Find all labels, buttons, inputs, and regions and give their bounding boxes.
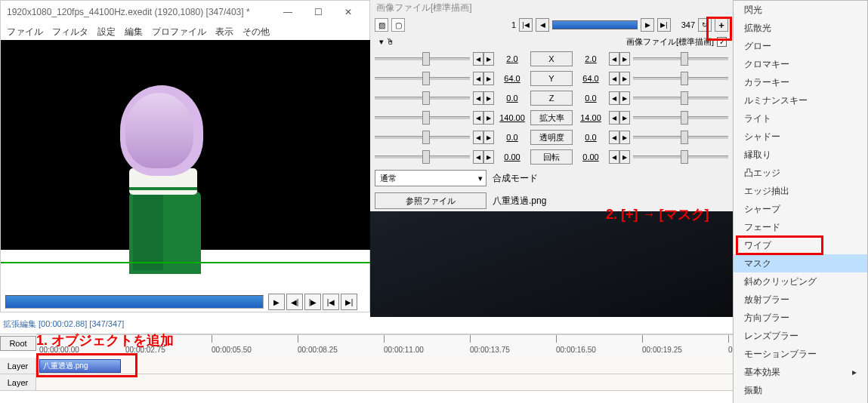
value-right[interactable]: 0.00 <box>576 152 606 162</box>
menu-item-エッジ抽出[interactable]: エッジ抽出 <box>734 182 867 200</box>
menu-item-拡散光[interactable]: 拡散光 <box>734 19 867 37</box>
menu-item-マスク[interactable]: マスク <box>734 254 867 272</box>
next-frame-button[interactable]: |▶ <box>304 294 321 310</box>
slider-right[interactable] <box>633 131 728 144</box>
menu-item-レンズブラー[interactable]: レンズブラー <box>734 327 867 345</box>
minimize-button[interactable]: — <box>273 3 303 21</box>
seekbar[interactable] <box>5 295 264 309</box>
menu-item-閃光[interactable]: 閃光 <box>734 1 867 19</box>
menu-edit[interactable]: 編集 <box>125 26 143 38</box>
param-button[interactable]: X <box>530 51 573 66</box>
menu-item-斜めクリッピング[interactable]: 斜めクリッピング <box>734 272 867 291</box>
param-button[interactable]: Y <box>530 71 573 86</box>
menu-item-ライト[interactable]: ライト <box>734 109 867 128</box>
value-right[interactable]: 14.00 <box>576 113 606 122</box>
slider-left[interactable] <box>375 131 470 144</box>
inc-button-r[interactable]: ▶ <box>619 131 630 144</box>
menu-item-振動[interactable]: 振動 <box>734 381 867 399</box>
value-left[interactable]: 140.00 <box>497 113 527 122</box>
slider-right[interactable] <box>633 91 728 105</box>
menu-item-縁取り[interactable]: 縁取り <box>734 146 867 164</box>
dec-button[interactable]: ◀ <box>473 52 483 66</box>
value-right[interactable]: 0.0 <box>576 133 606 142</box>
slider-right[interactable] <box>633 111 728 125</box>
menu-item-クロマキー[interactable]: クロマキー <box>734 55 867 73</box>
menu-item-モーションブラー[interactable]: モーションブラー <box>734 345 867 363</box>
menu-item-グロー[interactable]: グロー <box>734 37 867 55</box>
blend-mode-dropdown[interactable]: 通常 <box>375 170 487 186</box>
inc-button-r[interactable]: ▶ <box>619 52 630 66</box>
dec-button-r[interactable]: ◀ <box>609 131 619 144</box>
menu-item-基本効果[interactable]: 基本効果▸ <box>734 363 867 381</box>
goto-end-button[interactable]: ▶| <box>341 294 357 310</box>
menu-settings[interactable]: 設定 <box>97 26 116 38</box>
value-right[interactable]: 2.0 <box>576 54 606 63</box>
ref-file-button[interactable]: 参照ファイル <box>375 192 487 209</box>
frame-first-button[interactable]: |◀ <box>519 18 533 32</box>
menu-item-シャープ[interactable]: シャープ <box>734 200 867 218</box>
value-left[interactable]: 0.0 <box>497 133 527 142</box>
menu-profile[interactable]: プロファイル <box>152 26 206 38</box>
prev-frame-button[interactable]: ◀| <box>286 294 303 310</box>
inc-button-r[interactable]: ▶ <box>619 150 630 164</box>
menu-item-カラーキー[interactable]: カラーキー <box>734 73 867 91</box>
menu-item-放射ブラー[interactable]: 放射ブラー <box>734 291 867 309</box>
value-left[interactable]: 0.0 <box>497 94 527 103</box>
dec-button[interactable]: ◀ <box>473 111 483 125</box>
dec-button[interactable]: ◀ <box>473 72 483 85</box>
value-left[interactable]: 0.00 <box>497 152 527 162</box>
play-button[interactable]: ▶ <box>268 294 285 310</box>
inc-button[interactable]: ▶ <box>483 111 494 125</box>
menu-other[interactable]: その他 <box>242 26 270 38</box>
maximize-button[interactable]: ☐ <box>303 3 333 21</box>
slider-right[interactable] <box>633 52 728 66</box>
menu-item-凸エッジ[interactable]: 凸エッジ <box>734 164 867 182</box>
frame-prev-button[interactable]: ◀ <box>536 18 549 32</box>
slider-right[interactable] <box>633 72 728 85</box>
value-right[interactable]: 0.0 <box>576 94 606 103</box>
frame-last-button[interactable]: ▶| <box>657 18 671 32</box>
slider-left[interactable] <box>375 91 470 105</box>
tool-icon-2[interactable]: ▢ <box>391 18 405 32</box>
dec-button[interactable]: ◀ <box>473 91 483 105</box>
inc-button[interactable]: ▶ <box>483 131 494 144</box>
dec-button-r[interactable]: ◀ <box>609 52 619 66</box>
menu-item-ルミナンスキー[interactable]: ルミナンスキー <box>734 91 867 109</box>
menu-view[interactable]: 表示 <box>215 26 233 38</box>
dec-button-r[interactable]: ◀ <box>609 111 619 125</box>
frame-next-button[interactable]: ▶ <box>641 18 654 32</box>
value-left[interactable]: 2.0 <box>497 54 527 63</box>
frame-progress[interactable] <box>552 20 638 29</box>
inc-button-r[interactable]: ▶ <box>619 111 630 125</box>
inc-button[interactable]: ▶ <box>483 52 494 66</box>
dec-button[interactable]: ◀ <box>473 150 483 164</box>
slider-left[interactable] <box>375 52 470 66</box>
inc-button-r[interactable]: ▶ <box>619 72 630 85</box>
menu-file[interactable]: ファイル <box>7 26 43 38</box>
tool-icon-1[interactable]: ▨ <box>375 18 388 32</box>
dec-button[interactable]: ◀ <box>473 131 483 144</box>
dec-button-r[interactable]: ◀ <box>609 72 619 85</box>
param-button[interactable]: 透明度 <box>530 130 573 145</box>
slider-right[interactable] <box>633 150 728 164</box>
param-button[interactable]: 回転 <box>530 149 573 165</box>
slider-left[interactable] <box>375 150 470 164</box>
layer-label[interactable]: Layer <box>0 358 36 374</box>
inc-button[interactable]: ▶ <box>483 150 494 164</box>
menu-item-方向ブラー[interactable]: 方向ブラー <box>734 309 867 327</box>
menu-item-フェード[interactable]: フェード <box>734 218 867 236</box>
layer-label[interactable]: Layer <box>0 374 36 390</box>
inc-button[interactable]: ▶ <box>483 91 494 105</box>
slider-left[interactable] <box>375 111 470 125</box>
dec-button-r[interactable]: ◀ <box>609 150 619 164</box>
dec-button-r[interactable]: ◀ <box>609 91 619 105</box>
param-button[interactable]: 拡大率 <box>530 110 573 125</box>
menu-filter[interactable]: フィルタ <box>52 26 88 38</box>
menu-item-シャドー[interactable]: シャドー <box>734 128 867 146</box>
value-left[interactable]: 64.0 <box>497 74 527 83</box>
inc-button-r[interactable]: ▶ <box>619 91 630 105</box>
inc-button[interactable]: ▶ <box>483 72 494 85</box>
slider-left[interactable] <box>375 72 470 85</box>
root-button[interactable]: Root <box>0 336 36 351</box>
menu-item-ミラー[interactable]: ミラー <box>734 399 867 403</box>
